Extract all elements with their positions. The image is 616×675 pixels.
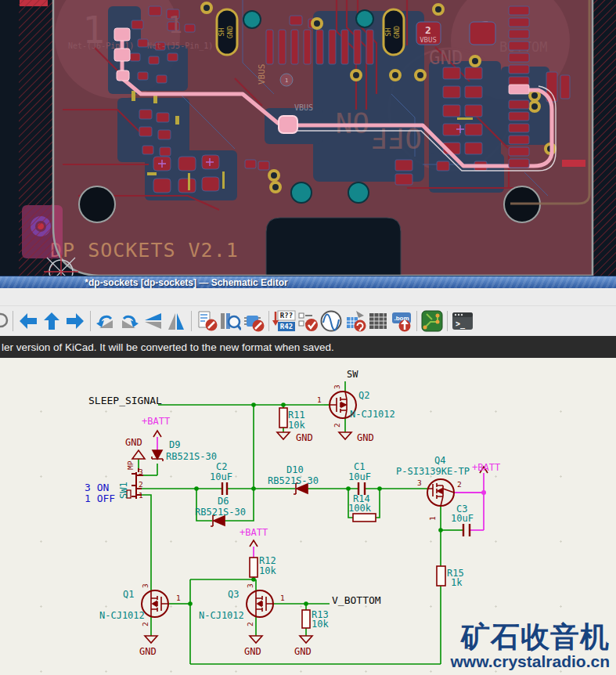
kicad-screen: SH GND SH GND: [0, 0, 616, 675]
schematic-window-titlebar[interactable]: *dp-sockets [dp-sockets] — Schematic Edi…: [0, 276, 616, 288]
svg-text:3: 3: [333, 384, 341, 389]
pad-number: 1: [285, 78, 288, 84]
net-label-sleep-signal: SLEEP_SIGNAL: [88, 395, 162, 406]
bom-icon[interactable]: .bom: [390, 309, 413, 333]
highlighted-junction: [481, 490, 486, 495]
val-C1: 10uF: [348, 471, 371, 482]
ref-SW1: SW1: [118, 482, 129, 499]
mosfet-Q3: [247, 590, 273, 617]
usb-cutout: [266, 218, 401, 276]
library-browser-icon[interactable]: [218, 309, 242, 333]
file-format-warning-bar: ler version of KiCad. It will be convert…: [0, 336, 616, 358]
net-label-sw: SW: [347, 369, 358, 380]
edit-fields-table-icon[interactable]: [366, 309, 390, 333]
vbus-silk-text: VBUS: [257, 64, 267, 85]
resistor-R12: [250, 558, 258, 577]
courtyard-hatch: [19, 0, 53, 276]
redo-icon[interactable]: [117, 309, 141, 333]
drill-map-number: 1: [168, 11, 182, 38]
svg-text:2: 2: [139, 480, 143, 489]
svg-text:2: 2: [246, 622, 254, 626]
gnd-label: GND: [244, 646, 261, 657]
resistor-R14: [353, 514, 376, 522]
python-console-icon[interactable]: >_: [451, 309, 474, 333]
val-R15: 1k: [451, 577, 463, 588]
net-label: Net-(J5-Pin_1): [147, 42, 213, 51]
erc-check-icon[interactable]: [296, 309, 319, 333]
mosfet-Q4: [427, 479, 454, 506]
toolbar-separator: [268, 311, 269, 331]
resistor-R11: [279, 408, 287, 428]
power-label-batt: +BATT: [240, 527, 268, 538]
ref-Q4: Q4: [434, 455, 445, 466]
watermark: 矿石收音机 www.crystalradio.cn: [451, 623, 610, 670]
val-D9: RB521S-30: [166, 451, 217, 462]
svg-text:2: 2: [333, 423, 341, 428]
edit-sheet-icon[interactable]: [195, 309, 218, 333]
toolbar-separator: [191, 311, 192, 331]
ref-D9: D9: [169, 439, 180, 450]
val-C2: 10uF: [210, 471, 232, 482]
val-R12: 10k: [259, 565, 276, 576]
schematic-toolbar: R?? R42: [0, 305, 616, 336]
pcb-canvas[interactable]: SH GND SH GND: [0, 0, 616, 276]
pcb-drawing: SH GND SH GND: [0, 0, 616, 276]
resistor-R15: [437, 566, 445, 586]
svg-text:1: 1: [317, 395, 322, 404]
capacitor-C2: [222, 482, 227, 495]
nav-back-icon[interactable]: [16, 309, 40, 333]
undo-icon[interactable]: [94, 309, 117, 333]
svg-text:1: 1: [280, 594, 285, 602]
zoom-partial-icon[interactable]: [0, 309, 9, 333]
svg-text:1: 1: [139, 491, 143, 500]
terminal-glyph: >_: [456, 319, 466, 329]
val-Q4: P-SI3139KE-TP: [396, 466, 470, 477]
svg-text:3: 3: [139, 467, 143, 476]
on-mirrored-text: ON: [336, 106, 369, 139]
ref-Q2: Q2: [358, 390, 369, 401]
ref-D6: D6: [218, 496, 229, 507]
net-label-v-bottom: V_BOTTOM: [332, 594, 381, 606]
gnd-label: GND: [357, 432, 374, 443]
annotate-top-label: R??: [280, 312, 293, 319]
annotate-icon[interactable]: R?? R42: [272, 309, 296, 333]
val-R11: 10k: [288, 420, 305, 431]
val-D10: RB521S-30: [268, 475, 319, 486]
diode-D9: [152, 450, 163, 461]
note-1-off: 1 OFF: [85, 493, 115, 504]
footprint-editor-icon[interactable]: [242, 309, 265, 333]
assign-footprints-icon[interactable]: [343, 309, 366, 333]
ref-R12: R12: [259, 555, 276, 566]
pcb-editor-icon[interactable]: [420, 309, 444, 333]
mounting-hole: [79, 186, 115, 222]
capacitor-C3: [463, 524, 470, 536]
mirror-horizontal-icon[interactable]: [164, 309, 188, 333]
crystal-label: GND: [226, 26, 234, 38]
crystal-label: GND: [393, 26, 401, 38]
watermark-url: www.crystalradio.cn: [451, 653, 610, 670]
power-label-batt: +BATT: [472, 462, 500, 473]
svg-text:1: 1: [176, 594, 181, 602]
ref-C2: C2: [216, 461, 227, 472]
svg-text:3: 3: [141, 583, 149, 588]
ref-R11: R11: [288, 410, 305, 421]
power-label-batt: +BATT: [142, 416, 170, 427]
mosfet-Q1: [142, 590, 169, 617]
vbus-silk-text: VBUS: [294, 103, 313, 112]
val-Q2: N-CJ1012: [350, 409, 395, 420]
svg-text:3: 3: [246, 583, 254, 588]
val-D6: RB521S-30: [195, 507, 246, 518]
val-C3: 10uF: [451, 513, 474, 524]
mirror-vertical-icon[interactable]: [141, 309, 164, 333]
crystal-label: SH: [218, 28, 225, 37]
nav-forward-icon[interactable]: [63, 309, 87, 333]
nav-up-icon[interactable]: [40, 309, 63, 333]
courtyard-hatch: [593, 0, 616, 276]
ic-pin-row: [266, 30, 373, 64]
annotate-bottom-label: R42: [280, 323, 293, 330]
svg-text:1: 1: [428, 516, 437, 521]
schematic-canvas[interactable]: SLEEP_SIGNAL SW V_BOTTOM 3 ON 1 OFF +BAT…: [0, 358, 616, 675]
bright-pad: [562, 160, 585, 167]
simulator-icon[interactable]: [319, 309, 343, 333]
svg-text:2: 2: [141, 622, 149, 626]
